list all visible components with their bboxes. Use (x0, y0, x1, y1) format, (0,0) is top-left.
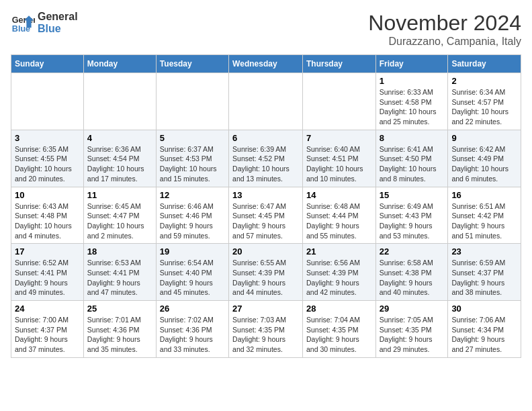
calendar-cell (156, 73, 228, 130)
calendar-cell: 10Sunrise: 6:43 AM Sunset: 4:48 PM Dayli… (11, 187, 84, 244)
calendar-cell: 30Sunrise: 7:06 AM Sunset: 4:34 PM Dayli… (448, 301, 521, 358)
day-info: Sunrise: 6:41 AM Sunset: 4:50 PM Dayligh… (380, 144, 445, 184)
header: General Blue General Blue November 2024 … (11, 11, 521, 48)
day-info: Sunrise: 6:54 AM Sunset: 4:40 PM Dayligh… (160, 258, 225, 298)
day-number: 18 (87, 246, 152, 257)
day-number: 9 (451, 133, 517, 143)
calendar-table: SundayMondayTuesdayWednesdayThursdayFrid… (11, 54, 521, 358)
day-number: 12 (160, 190, 225, 200)
day-number: 24 (15, 304, 80, 314)
calendar-cell: 6Sunrise: 6:39 AM Sunset: 4:52 PM Daylig… (229, 130, 303, 187)
calendar-cell: 28Sunrise: 7:04 AM Sunset: 4:35 PM Dayli… (302, 301, 375, 358)
day-info: Sunrise: 6:36 AM Sunset: 4:54 PM Dayligh… (87, 144, 152, 184)
day-info: Sunrise: 6:52 AM Sunset: 4:41 PM Dayligh… (15, 258, 80, 298)
day-number: 25 (87, 304, 152, 314)
calendar-cell (229, 73, 303, 130)
day-info: Sunrise: 7:05 AM Sunset: 4:35 PM Dayligh… (380, 315, 445, 355)
day-number: 6 (232, 133, 299, 143)
day-info: Sunrise: 6:45 AM Sunset: 4:47 PM Dayligh… (87, 201, 152, 241)
title-area: November 2024 Durazzano, Campania, Italy (368, 11, 521, 48)
calendar-cell: 19Sunrise: 6:54 AM Sunset: 4:40 PM Dayli… (156, 244, 228, 301)
calendar-cell: 3Sunrise: 6:35 AM Sunset: 4:55 PM Daylig… (11, 130, 84, 187)
logo-line2: Blue (38, 23, 78, 35)
calendar-cell: 25Sunrise: 7:01 AM Sunset: 4:36 PM Dayli… (83, 301, 156, 358)
weekday-header: Saturday (448, 55, 521, 73)
day-info: Sunrise: 6:34 AM Sunset: 4:57 PM Dayligh… (451, 87, 517, 127)
day-info: Sunrise: 6:53 AM Sunset: 4:41 PM Dayligh… (87, 258, 152, 298)
calendar-cell: 15Sunrise: 6:49 AM Sunset: 4:43 PM Dayli… (375, 187, 448, 244)
day-info: Sunrise: 6:48 AM Sunset: 4:44 PM Dayligh… (306, 201, 372, 241)
day-number: 14 (306, 190, 372, 200)
day-number: 23 (451, 246, 517, 257)
day-info: Sunrise: 6:58 AM Sunset: 4:38 PM Dayligh… (380, 258, 445, 298)
calendar-cell (302, 73, 375, 130)
day-number: 19 (160, 246, 225, 257)
calendar-cell: 27Sunrise: 7:03 AM Sunset: 4:35 PM Dayli… (229, 301, 303, 358)
day-number: 17 (15, 246, 80, 257)
day-info: Sunrise: 7:01 AM Sunset: 4:36 PM Dayligh… (87, 315, 152, 355)
day-info: Sunrise: 6:40 AM Sunset: 4:51 PM Dayligh… (306, 144, 372, 184)
calendar-cell: 16Sunrise: 6:51 AM Sunset: 4:42 PM Dayli… (448, 187, 521, 244)
day-info: Sunrise: 6:47 AM Sunset: 4:45 PM Dayligh… (232, 201, 299, 241)
calendar-cell: 1Sunrise: 6:33 AM Sunset: 4:58 PM Daylig… (375, 73, 448, 130)
weekday-header: Friday (375, 55, 448, 73)
calendar-cell: 14Sunrise: 6:48 AM Sunset: 4:44 PM Dayli… (302, 187, 375, 244)
day-number: 13 (232, 190, 299, 200)
calendar-cell: 17Sunrise: 6:52 AM Sunset: 4:41 PM Dayli… (11, 244, 84, 301)
day-number: 11 (87, 190, 152, 200)
day-number: 8 (380, 133, 445, 143)
weekday-header: Tuesday (156, 55, 228, 73)
calendar-cell: 8Sunrise: 6:41 AM Sunset: 4:50 PM Daylig… (375, 130, 448, 187)
calendar-cell: 4Sunrise: 6:36 AM Sunset: 4:54 PM Daylig… (83, 130, 156, 187)
day-info: Sunrise: 6:55 AM Sunset: 4:39 PM Dayligh… (232, 258, 299, 298)
weekday-header: Wednesday (229, 55, 303, 73)
day-number: 27 (232, 304, 299, 314)
month-title: November 2024 (368, 11, 521, 36)
day-number: 5 (160, 133, 225, 143)
day-info: Sunrise: 7:04 AM Sunset: 4:35 PM Dayligh… (306, 315, 372, 355)
day-info: Sunrise: 6:49 AM Sunset: 4:43 PM Dayligh… (380, 201, 445, 241)
day-info: Sunrise: 6:37 AM Sunset: 4:53 PM Dayligh… (160, 144, 225, 184)
weekday-header: Sunday (11, 55, 84, 73)
weekday-header: Thursday (302, 55, 375, 73)
location-title: Durazzano, Campania, Italy (368, 36, 521, 48)
logo-line1: General (38, 11, 78, 23)
day-number: 10 (15, 190, 80, 200)
day-info: Sunrise: 6:35 AM Sunset: 4:55 PM Dayligh… (15, 144, 80, 184)
day-info: Sunrise: 7:03 AM Sunset: 4:35 PM Dayligh… (232, 315, 299, 355)
day-info: Sunrise: 6:56 AM Sunset: 4:39 PM Dayligh… (306, 258, 372, 298)
day-info: Sunrise: 6:43 AM Sunset: 4:48 PM Dayligh… (15, 201, 80, 241)
day-info: Sunrise: 6:59 AM Sunset: 4:37 PM Dayligh… (451, 258, 517, 298)
calendar-cell: 11Sunrise: 6:45 AM Sunset: 4:47 PM Dayli… (83, 187, 156, 244)
day-info: Sunrise: 6:46 AM Sunset: 4:46 PM Dayligh… (160, 201, 225, 241)
calendar-cell: 23Sunrise: 6:59 AM Sunset: 4:37 PM Dayli… (448, 244, 521, 301)
day-info: Sunrise: 6:33 AM Sunset: 4:58 PM Dayligh… (380, 87, 445, 127)
day-info: Sunrise: 6:51 AM Sunset: 4:42 PM Dayligh… (451, 201, 517, 241)
day-number: 20 (232, 246, 299, 257)
day-number: 7 (306, 133, 372, 143)
day-info: Sunrise: 6:39 AM Sunset: 4:52 PM Dayligh… (232, 144, 299, 184)
calendar-cell: 18Sunrise: 6:53 AM Sunset: 4:41 PM Dayli… (83, 244, 156, 301)
day-number: 4 (87, 133, 152, 143)
day-info: Sunrise: 7:02 AM Sunset: 4:36 PM Dayligh… (160, 315, 225, 355)
calendar-cell: 22Sunrise: 6:58 AM Sunset: 4:38 PM Dayli… (375, 244, 448, 301)
logo: General Blue General Blue (11, 11, 78, 35)
day-number: 29 (380, 304, 445, 314)
calendar-cell (11, 73, 84, 130)
logo-icon: General Blue (11, 11, 35, 35)
calendar-cell: 21Sunrise: 6:56 AM Sunset: 4:39 PM Dayli… (302, 244, 375, 301)
day-number: 28 (306, 304, 372, 314)
calendar-cell: 12Sunrise: 6:46 AM Sunset: 4:46 PM Dayli… (156, 187, 228, 244)
calendar-cell: 13Sunrise: 6:47 AM Sunset: 4:45 PM Dayli… (229, 187, 303, 244)
calendar-cell: 2Sunrise: 6:34 AM Sunset: 4:57 PM Daylig… (448, 73, 521, 130)
day-info: Sunrise: 7:06 AM Sunset: 4:34 PM Dayligh… (451, 315, 517, 355)
weekday-header: Monday (83, 55, 156, 73)
calendar-cell: 26Sunrise: 7:02 AM Sunset: 4:36 PM Dayli… (156, 301, 228, 358)
calendar-cell: 5Sunrise: 6:37 AM Sunset: 4:53 PM Daylig… (156, 130, 228, 187)
day-number: 2 (451, 76, 517, 86)
calendar-cell (83, 73, 156, 130)
day-number: 1 (380, 76, 445, 86)
calendar-body: 1Sunrise: 6:33 AM Sunset: 4:58 PM Daylig… (11, 73, 521, 358)
calendar-cell: 29Sunrise: 7:05 AM Sunset: 4:35 PM Dayli… (375, 301, 448, 358)
day-number: 26 (160, 304, 225, 314)
